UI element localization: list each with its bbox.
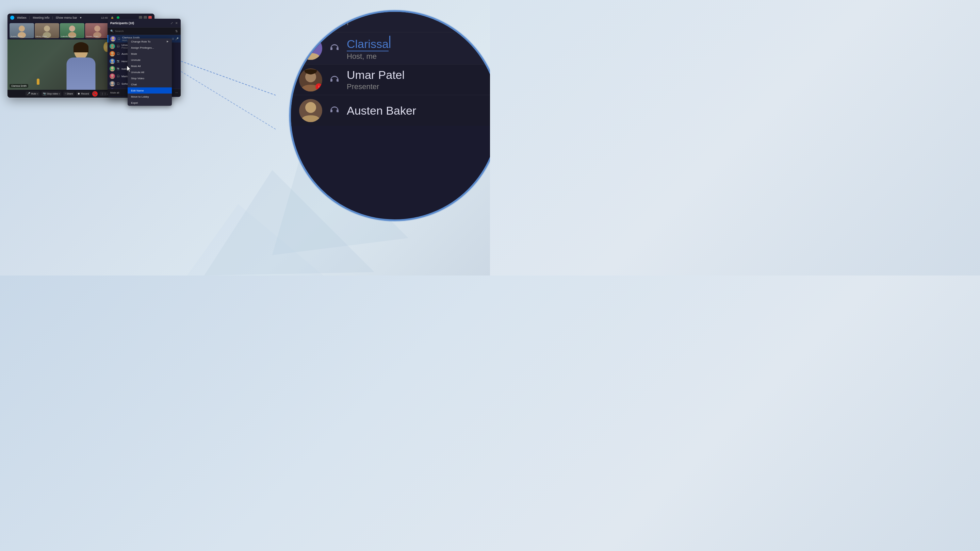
sofia-cam-icon: 🎧 [117,82,120,85]
submenu-arrow-icon: ▶ [167,40,169,43]
avatar-henry [110,59,115,64]
camera-icon: 📷 [43,92,46,95]
menu-item-expel[interactable]: Expel [127,100,172,106]
avatar-isabella [110,66,115,71]
svg-point-24 [305,37,317,46]
mic-icon: 🎤 [27,92,30,95]
thumb-austen-jones[interactable]: Austen Jones [85,23,110,38]
time-display: 12:40 [101,16,108,19]
menu-item-edit-name[interactable]: Edit Name [127,87,172,94]
zoom-headphone-austen [328,105,340,117]
thumb-austen-baker[interactable]: Austen Baker [10,23,34,38]
app-title: Webex [17,16,27,19]
menu-item-mute-all[interactable]: Mute All [127,63,172,69]
search-bar-icon: 🔍 [110,30,114,33]
share-button[interactable]: ↑ Share [63,92,75,96]
menu-item-stop-video-label: Stop Video [131,77,144,80]
svg-point-11 [111,37,115,40]
marise-cam-icon: 🎧 [117,75,120,78]
menu-item-mute[interactable]: Mute [127,51,172,57]
menu-item-change-role[interactable]: Change Role To ▶ [127,38,172,44]
upload-badge-umar: ↑ [315,83,322,90]
zoom-role-umar: Presenter [347,82,490,91]
show-menu-bar-label[interactable]: Show menu bar [56,16,77,19]
menu-item-assign-privileges-label: Assign Privileges... [131,46,154,49]
panel-popout-button[interactable]: ⤢ [170,21,173,25]
zoom-avatar-clarissa [299,37,322,60]
menu-item-expel-label: Expel [131,102,138,105]
zoom-name-block-austen: Austen Baker [347,104,490,118]
svg-point-23 [305,40,316,51]
svg-point-15 [111,67,114,69]
panel-header: Participants (10) ⤢ ✕ [108,19,181,27]
svg-point-14 [111,59,114,62]
svg-point-5 [44,25,50,32]
zoom-search-icon: 🔍 [301,16,313,27]
avatar-sofia [110,81,115,86]
zoom-search-bar: 🔍 [291,12,490,32]
zoom-panel: 🔍 Clarissa Host, me [266,0,490,275]
umar-mic-icon: 🎧 [117,45,120,48]
menu-item-edit-name-label: Edit Name [131,89,143,92]
stop-video-label: Stop video [47,92,58,95]
zoom-participant-clarissa[interactable]: Clarissa Host, me [291,32,490,65]
menu-item-mute-label: Mute [131,52,137,56]
thumb-label-austen-baker: Austen Baker [11,35,23,37]
meeting-info-label[interactable]: Meeting info [33,16,49,19]
zoom-name-umar: Umar Patel [347,68,490,82]
zoom-name-clarissa-editing: Clarissa [347,37,388,51]
share-icon: ↑ [65,92,66,95]
henry-cam-icon: 📷 [117,60,120,63]
menu-item-unmute-all-label: Unmute All [131,71,144,74]
panel-close-button[interactable]: ✕ [175,21,178,25]
svg-point-26 [305,102,316,113]
panel-more-button[interactable]: ··· [175,91,178,95]
avatar-austen-baker [110,51,115,56]
menu-item-chat[interactable]: Chat [127,81,172,87]
zoom-participant-austen[interactable]: Austen Baker [291,95,490,126]
mute-dropdown-icon: ▾ [37,92,38,95]
menu-item-assign-privileges[interactable]: Assign Privileges... [127,44,172,51]
thumb-isabella-brennan[interactable]: Isabella Brennan [60,23,84,38]
svg-point-3 [19,25,25,32]
thumb-henry-riggs[interactable]: Henry Riggs [35,23,59,38]
zoom-participant-umar[interactable]: ↑ Umar Patel Presenter [291,65,490,95]
share-screen-icon: ⊡ [172,37,174,40]
video-dropdown-icon: ▾ [59,92,60,95]
svg-point-9 [94,25,100,32]
menu-item-chat-label: Chat [131,83,137,86]
svg-point-17 [111,82,114,84]
menu-item-move-to-lobby[interactable]: Move to Lobby [127,94,172,100]
menu-item-stop-video[interactable]: Stop Video [127,75,172,81]
menu-item-unmute[interactable]: Unmute [127,57,172,63]
end-call-icon: 📞 [93,92,97,95]
menu-item-unmute-label: Unmute [131,59,140,62]
thumb-label-isabella-brennan: Isabella Brennan [61,35,76,37]
zoom-headphone-clarissa [328,42,340,54]
avatar-clarissa [110,36,116,41]
mute-button[interactable]: 🎤 Mute ▾ [25,92,40,96]
sort-icon[interactable]: ⇅ [175,30,178,33]
menu-item-mute-all-label: Mute All [131,65,140,68]
mute-all-button[interactable]: Mute all [110,91,119,94]
stop-video-button[interactable]: 📷 Stop video ▾ [41,92,61,96]
record-label: Record [81,92,89,95]
menu-item-unmute-all[interactable]: Unmute All [127,69,172,75]
panel-title: Participants (10) [110,21,134,25]
search-input[interactable] [115,30,174,33]
zoom-name-austen: Austen Baker [347,104,490,118]
menu-item-change-role-label: Change Role To [131,40,150,43]
zoom-search-input[interactable] [318,17,488,27]
end-call-button[interactable]: 📞 [92,91,98,97]
zoom-headphone-umar [328,74,340,86]
thumb-label-henry-riggs: Henry Riggs [36,35,47,37]
text-cursor [389,36,390,48]
speaker-name-label: Clarissa Smith [10,84,28,88]
webex-logo-icon [10,16,14,20]
context-menu: Change Role To ▶ Assign Privileges... Mu… [127,38,172,106]
zoom-avatar-umar: ↑ [299,68,322,92]
svg-point-16 [111,74,114,77]
isabella-cam-icon: 📷 [117,67,120,70]
record-button[interactable]: ⏺ Record [76,92,90,96]
svg-point-7 [69,25,75,32]
